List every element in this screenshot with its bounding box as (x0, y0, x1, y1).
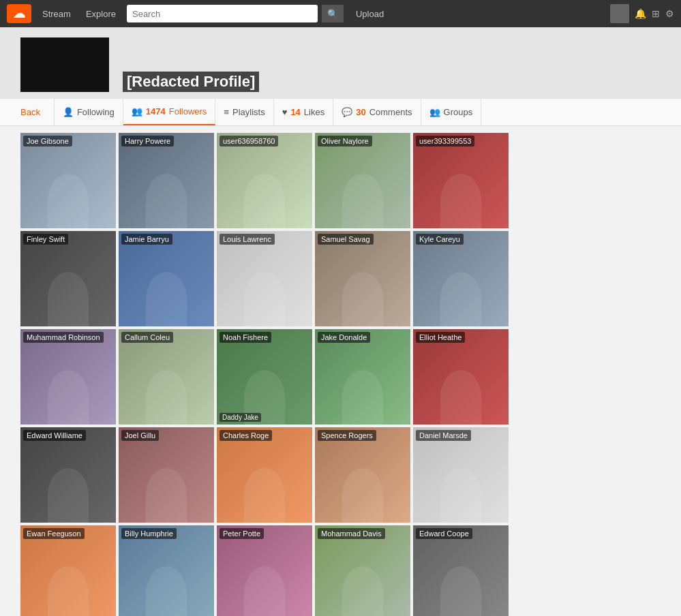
follower-name: Oliver Naylore (318, 136, 372, 147)
follower-name: Noah Fishere (220, 332, 271, 343)
search-button[interactable]: 🔍 (322, 5, 344, 22)
follower-name: Finley Swift (23, 234, 68, 245)
profile-name: [Redacted Profile] (123, 72, 259, 92)
follower-card[interactable]: Muhammad Robinson (20, 329, 116, 425)
comments-icon: 💬 (342, 107, 352, 117)
profile-header: [Redacted Profile] (0, 27, 681, 99)
follower-name: Mohammad Davis (318, 528, 385, 539)
stats-bar: Back 👤 Following 👥 1474 Followers ≡ Play… (0, 99, 681, 126)
follower-name: Muhammad Robinson (23, 332, 104, 343)
profile-info: [Redacted Profile] (123, 72, 259, 92)
follower-card[interactable]: Edward Coope (413, 525, 509, 616)
comments-label: Comments (369, 107, 412, 117)
likes-count: 14 (290, 107, 300, 117)
following-label: Following (77, 107, 115, 117)
follower-name: Daniel Marsde (416, 430, 471, 441)
follower-card[interactable]: Louis Lawrenc (217, 231, 312, 326)
following-icon: 👤 (63, 107, 74, 117)
grid-icon[interactable]: ⊞ (652, 8, 660, 19)
follower-name: Louis Lawrenc (220, 234, 275, 245)
groups-label: Groups (444, 107, 473, 117)
upload-button[interactable]: Upload (356, 9, 384, 19)
groups-icon: 👥 (429, 107, 440, 117)
follower-name: Joe Gibsone (23, 136, 72, 147)
follower-name: Peter Potte (220, 528, 264, 539)
settings-icon[interactable]: ⚙ (665, 8, 674, 19)
follower-card[interactable]: Elliot Heathe (413, 329, 509, 425)
follower-card[interactable]: Peter Potte (217, 525, 312, 616)
followers-label: Followers (169, 106, 207, 117)
follower-card[interactable]: Daniel Marsde (413, 427, 509, 523)
follower-card[interactable]: Joe Gibsone (20, 133, 116, 228)
follower-card[interactable]: Jamie Barryu (119, 231, 214, 326)
back-button[interactable]: Back (20, 107, 40, 117)
stat-likes[interactable]: ♥ 14 Likes (274, 99, 334, 125)
follower-name: Edward Coope (416, 528, 472, 539)
follower-card[interactable]: user393399553 (413, 133, 509, 228)
playlists-label: Playlists (232, 107, 265, 117)
top-navigation: ☁ Stream Explore 🔍 Upload 🔔 ⊞ ⚙ (0, 0, 681, 27)
follower-name: Spence Rogers (318, 430, 376, 441)
follower-card[interactable]: Joel Gillu (119, 427, 214, 523)
follower-card[interactable]: Jake Donalde (315, 329, 410, 425)
profile-avatar (20, 37, 109, 92)
follower-name: user393399553 (416, 136, 474, 147)
comments-count: 30 (356, 107, 365, 117)
followers-grid: Joe GibsoneHarry Powereuser636958760Oliv… (0, 126, 681, 616)
follower-name: Jamie Barryu (121, 234, 172, 245)
follower-name: Callum Coleu (121, 332, 173, 343)
follower-name: user636958760 (220, 136, 278, 147)
follower-card[interactable]: Harry Powere (119, 133, 214, 228)
follower-subtitle: Daddy Jake (220, 413, 261, 422)
stat-comments[interactable]: 💬 30 Comments (333, 99, 421, 125)
follower-card[interactable]: Billy Humphrie (119, 525, 214, 616)
followers-count: 1474 (146, 106, 166, 117)
search-input[interactable] (127, 5, 318, 22)
follower-card[interactable]: Samuel Savag (315, 231, 410, 326)
follower-card[interactable]: Kyle Careyu (413, 231, 509, 326)
nav-right-controls: 🔔 ⊞ ⚙ (610, 4, 674, 23)
nav-stream[interactable]: Stream (38, 6, 75, 22)
follower-name: Harry Powere (121, 136, 174, 147)
playlists-icon: ≡ (224, 107, 229, 117)
follower-card[interactable]: Edward Williame (20, 427, 116, 523)
follower-card[interactable]: user636958760 (217, 133, 312, 228)
follower-name: Elliot Heathe (416, 332, 465, 343)
follower-name: Edward Williame (23, 430, 86, 441)
follower-card[interactable]: Mohammad Davis (315, 525, 410, 616)
follower-card[interactable]: Spence Rogers (315, 427, 410, 523)
follower-name: Joel Gillu (121, 430, 159, 441)
follower-name: Charles Roge (220, 430, 272, 441)
stat-followers[interactable]: 👥 1474 Followers (123, 99, 216, 125)
likes-icon: ♥ (282, 107, 288, 117)
follower-name: Kyle Careyu (416, 234, 464, 245)
follower-card[interactable]: Finley Swift (20, 231, 116, 326)
likes-label: Likes (304, 107, 324, 117)
follower-name: Billy Humphrie (121, 528, 177, 539)
stat-following[interactable]: 👤 Following (54, 99, 123, 125)
follower-card[interactable]: Ewan Feeguson (20, 525, 116, 616)
follower-card[interactable]: Charles Roge (217, 427, 312, 523)
stat-groups[interactable]: 👥 Groups (421, 99, 482, 125)
follower-card[interactable]: Oliver Naylore (315, 133, 410, 228)
user-avatar-nav[interactable] (610, 4, 629, 23)
nav-explore[interactable]: Explore (82, 6, 120, 22)
avatar-image (20, 37, 109, 92)
follower-name: Samuel Savag (318, 234, 374, 245)
follower-name: Jake Donalde (318, 332, 370, 343)
soundcloud-logo[interactable]: ☁ (7, 4, 31, 23)
follower-card[interactable]: Callum Coleu (119, 329, 214, 425)
bell-icon[interactable]: 🔔 (635, 8, 646, 19)
stat-playlists[interactable]: ≡ Playlists (215, 99, 273, 125)
followers-icon: 👥 (132, 106, 142, 117)
follower-name: Ewan Feeguson (23, 528, 85, 539)
follower-card[interactable]: Noah FishereDaddy Jake (217, 329, 312, 425)
